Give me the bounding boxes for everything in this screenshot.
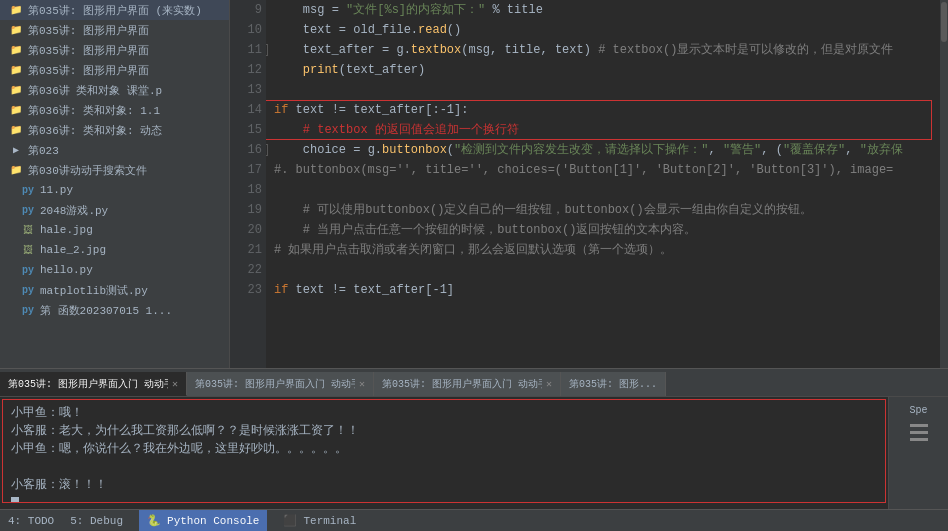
tabs-bar: 第035讲: 图形用户界面入门 动动手 2. 提供一... ✕ 第035讲: 图… — [0, 368, 948, 396]
code-line-12: print(text_after) — [274, 60, 932, 80]
folder-icon-1: 📁 — [8, 22, 24, 38]
console-line-2: 小甲鱼：嗯，你说什么？我在外边呢，这里好吵叻。。。。。。 — [11, 440, 877, 458]
status-debug[interactable]: 5: Debug — [70, 515, 123, 527]
code-line-16: ◦ choice = g.buttonbox("检测到文件内容发生改变，请选择以… — [274, 140, 932, 160]
sidebar-item-2048[interactable]: py 2048游戏.py — [0, 200, 229, 220]
status-todo-label: 4: TODO — [8, 515, 54, 527]
sidebar-label-3: 第035讲: 图形用户界面 — [28, 63, 149, 78]
status-terminal-label: Terminal — [303, 515, 356, 527]
img-icon-hale: 🖼 — [20, 222, 36, 238]
sidebar-label-hale2: hale_2.jpg — [40, 244, 106, 256]
py-icon-11: py — [20, 182, 36, 198]
sidebar-item-hello[interactable]: py hello.py — [0, 260, 229, 280]
sidebar-item-3[interactable]: 📁 第035讲: 图形用户界面 — [0, 60, 229, 80]
py-icon-func: py — [20, 302, 36, 318]
img-icon-hale2: 🖼 — [20, 242, 36, 258]
status-debug-label: 5: Debug — [70, 515, 123, 527]
folder-icon-030: 📁 — [8, 162, 24, 178]
fold-11[interactable]: ◦ — [266, 44, 268, 56]
sidebar-item-hale2[interactable]: 🖼 hale_2.jpg — [0, 240, 229, 260]
sidebar-item-1[interactable]: 📁 第035讲: 图形用户界面 — [0, 20, 229, 40]
folder-icon-4: 📁 — [8, 82, 24, 98]
code-line-15: # textbox 的返回值会追加一个换行符 — [274, 120, 932, 140]
sidebar-label-hale: hale.jpg — [40, 224, 93, 236]
sidebar-item-4[interactable]: 📁 第036讲 类和对象 课堂.p — [0, 80, 229, 100]
console-line-3 — [11, 458, 877, 476]
line-numbers: 9 10 11 12 13 14 15 16 17 18 19 20 21 22… — [230, 0, 266, 368]
terminal-icon: ⬛ — [283, 514, 297, 527]
editor: 9 10 11 12 13 14 15 16 17 18 19 20 21 22… — [230, 0, 948, 368]
tab-label-1: 第035讲: 图形用户界面入门 动动手 2. 提供一... — [195, 377, 355, 391]
arrow-icon-023: ▶ — [8, 142, 24, 158]
tab-1[interactable]: 第035讲: 图形用户界面入门 动动手 2. 提供一... ✕ — [187, 372, 374, 396]
sidebar-item-folder-023[interactable]: ▶ 第023 — [0, 140, 229, 160]
sidebar-label-2048: 2048游戏.py — [40, 203, 108, 218]
folder-icon-5: 📁 — [8, 102, 24, 118]
sidebar-item-11py[interactable]: py 11.py — [0, 180, 229, 200]
code-line-21: # 如果用户点击取消或者关闭窗口，那么会返回默认选项（第一个选项）。 — [274, 240, 932, 260]
console-line-4: 小客服：滚！！！ — [11, 476, 877, 494]
code-line-9: msg = "文件[%s]的内容如下：" % title — [274, 0, 932, 20]
sidebar-label-4: 第036讲 类和对象 课堂.p — [28, 83, 162, 98]
sidebar: 📁 第035讲: 图形用户界面 (来实数) 📁 第035讲: 图形用户界面 📁 … — [0, 0, 230, 368]
sidebar-item-6[interactable]: 📁 第036讲: 类和对象: 动态 — [0, 120, 229, 140]
tab-3[interactable]: 第035讲: 图形... — [561, 372, 666, 396]
code-line-13 — [274, 80, 932, 100]
sidebar-item-func[interactable]: py 第 函数202307015 1... — [0, 300, 229, 320]
code-line-18 — [274, 180, 932, 200]
status-python-console[interactable]: 🐍 Python Console — [139, 510, 267, 531]
sidebar-label-5: 第036讲: 类和对象: 1.1 — [28, 103, 160, 118]
sidebar-item-5[interactable]: 📁 第036讲: 类和对象: 1.1 — [0, 100, 229, 120]
folder-icon: 📁 — [8, 2, 24, 18]
sidebar-label-0: 第035讲: 图形用户界面 (来实数) — [28, 3, 202, 18]
main-layout: 📁 第035讲: 图形用户界面 (来实数) 📁 第035讲: 图形用户界面 📁 … — [0, 0, 948, 531]
right-panel-spe-btn[interactable]: Spe — [905, 403, 931, 418]
sidebar-label-023: 第023 — [28, 143, 59, 158]
sidebar-label-6: 第036讲: 类和对象: 动态 — [28, 123, 162, 138]
status-todo[interactable]: 4: TODO — [8, 515, 54, 527]
sidebar-label-matplotlib: matplotlib测试.py — [40, 283, 148, 298]
sidebar-item-hale[interactable]: 🖼 hale.jpg — [0, 220, 229, 240]
tab-0[interactable]: 第035讲: 图形用户界面入门 动动手 2. 提供一... ✕ — [0, 372, 187, 396]
tab-close-1[interactable]: ✕ — [359, 378, 365, 390]
fold-16[interactable]: ◦ — [266, 144, 268, 156]
folder-icon-2: 📁 — [8, 42, 24, 58]
sidebar-item-2[interactable]: 📁 第035讲: 图形用户界面 — [0, 40, 229, 60]
status-python-console-label: Python Console — [167, 515, 259, 527]
status-bar: 4: TODO 5: Debug 🐍 Python Console ⬛ Term… — [0, 509, 948, 531]
console-content: 小甲鱼：哦！ 小客服：老大，为什么我工资那么低啊？？是时候涨涨工资了！！ 小甲鱼… — [2, 399, 886, 503]
code-area[interactable]: msg = "文件[%s]的内容如下：" % title text = old_… — [266, 0, 940, 368]
tab-label-2: 第035讲: 图形用户界面入门 动动手 2. 提供一... — [382, 377, 542, 391]
code-line-20: # 当用户点击任意一个按钮的时候，buttonbox()返回按钮的文本内容。 — [274, 220, 932, 240]
tab-2[interactable]: 第035讲: 图形用户界面入门 动动手 2. 提供一... ✕ — [374, 372, 561, 396]
code-line-22 — [274, 260, 932, 280]
sidebar-label-func: 第 函数202307015 1... — [40, 303, 172, 318]
tab-close-0[interactable]: ✕ — [172, 378, 178, 390]
sidebar-label-11py: 11.py — [40, 184, 73, 196]
right-panel-icon-3 — [910, 438, 928, 441]
code-line-17: #. buttonbox(msg='', title='', choices=(… — [274, 160, 932, 180]
top-section: 📁 第035讲: 图形用户界面 (来实数) 📁 第035讲: 图形用户界面 📁 … — [0, 0, 948, 368]
status-terminal[interactable]: ⬛ Terminal — [283, 514, 356, 527]
console-area[interactable]: 小甲鱼：哦！ 小客服：老大，为什么我工资那么低啊？？是时候涨涨工资了！！ 小甲鱼… — [0, 397, 888, 509]
code-line-23: if text != text_after[-1] — [274, 280, 932, 300]
scrollbar-right[interactable] — [940, 0, 948, 368]
console-line-1: 小客服：老大，为什么我工资那么低啊？？是时候涨涨工资了！！ — [11, 422, 877, 440]
sidebar-label-hello: hello.py — [40, 264, 93, 276]
sidebar-item-matplotlib[interactable]: py matplotlib测试.py — [0, 280, 229, 300]
console-input-line[interactable] — [11, 494, 877, 503]
sidebar-item-030[interactable]: 📁 第030讲动动手搜索文件 — [0, 160, 229, 180]
tab-label-3: 第035讲: 图形... — [569, 377, 657, 391]
py-icon-hello: py — [20, 262, 36, 278]
py-icon-2048: py — [20, 202, 36, 218]
sidebar-item-0[interactable]: 📁 第035讲: 图形用户界面 (来实数) — [0, 0, 229, 20]
tab-label-0: 第035讲: 图形用户界面入门 动动手 2. 提供一... — [8, 377, 168, 391]
code-line-11: ◦ text_after = g.textbox(msg, title, tex… — [274, 40, 932, 60]
code-line-10: text = old_file.read() — [274, 20, 932, 40]
console-cursor — [11, 497, 19, 504]
py-icon-matplotlib: py — [20, 282, 36, 298]
code-line-14: if text != text_after[:-1]: — [274, 100, 932, 120]
tab-close-2[interactable]: ✕ — [546, 378, 552, 390]
scrollbar-thumb[interactable] — [941, 2, 947, 42]
sidebar-label-1: 第035讲: 图形用户界面 — [28, 23, 149, 38]
